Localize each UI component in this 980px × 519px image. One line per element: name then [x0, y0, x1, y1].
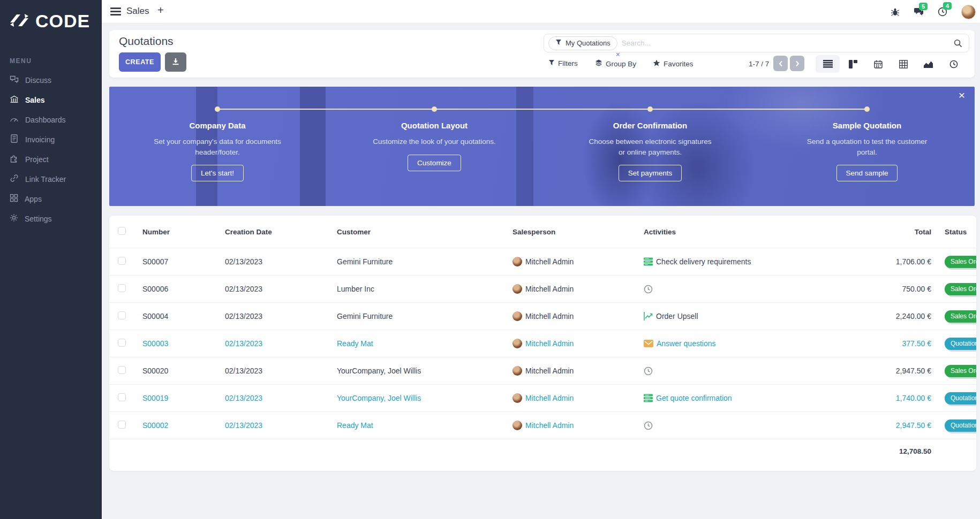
- status-badge: Quotation: [945, 419, 976, 432]
- creation-date: 02/13/2023: [225, 312, 337, 320]
- row-checkbox[interactable]: [118, 393, 126, 401]
- filters-button[interactable]: Filters: [548, 59, 578, 67]
- timeline-dot: [432, 106, 437, 112]
- clock-icon[interactable]: [644, 285, 653, 294]
- creation-date: 02/13/2023: [225, 394, 337, 402]
- row-checkbox[interactable]: [118, 339, 126, 347]
- sidebar-item-invoicing[interactable]: Invoicing: [0, 129, 102, 149]
- settings-icon: [10, 213, 18, 224]
- kanban-view-icon[interactable]: [841, 55, 865, 73]
- sidebar-item-label: Invoicing: [25, 135, 55, 144]
- column-header-number[interactable]: Number: [142, 228, 225, 236]
- bug-icon[interactable]: [891, 8, 900, 16]
- total-amount: 377.50 €: [820, 339, 931, 348]
- creation-date: 02/13/2023: [225, 257, 337, 266]
- table-row[interactable]: S00020 02/13/2023 YourCompany, Joel Will…: [109, 357, 976, 384]
- lets-start-button[interactable]: Let's start!: [191, 165, 244, 181]
- sidebar-item-discuss[interactable]: Discuss: [0, 70, 102, 90]
- footer-total-sum: 12,708.50: [820, 447, 931, 455]
- table-row[interactable]: S00006 02/13/2023 Lumber Inc Mitchell Ad…: [109, 275, 976, 302]
- quotation-number: S00003: [142, 339, 225, 348]
- user-avatar[interactable]: [961, 5, 976, 19]
- sidebar-item-dashboards[interactable]: Dashboards: [0, 110, 102, 129]
- close-icon[interactable]: ×: [959, 89, 965, 102]
- tasks-green-icon[interactable]: [644, 257, 653, 266]
- salesperson-name: Mitchell Admin: [525, 394, 574, 402]
- send-sample-button[interactable]: Send sample: [836, 165, 898, 181]
- hamburger-menu-icon[interactable]: [110, 7, 121, 17]
- quotation-number: S00002: [142, 421, 225, 430]
- customize-button[interactable]: Customize: [408, 155, 461, 171]
- sidebar-item-link-tracker[interactable]: Link Tracker: [0, 169, 102, 189]
- activity-label: Check delivery requirements: [656, 257, 751, 266]
- row-checkbox[interactable]: [118, 366, 126, 374]
- app-title: Sales: [126, 6, 149, 17]
- add-tab-button[interactable]: +: [157, 4, 164, 17]
- sidebar-item-project[interactable]: Project: [0, 149, 102, 169]
- table-row[interactable]: S00002 02/13/2023 Ready Mat Mitchell Adm…: [109, 411, 976, 439]
- onboarding-step-quotation-layout: Quotation Layout Customize the look of y…: [359, 121, 509, 171]
- total-amount: 1,706.00 €: [820, 257, 931, 266]
- activity-label: Answer questions: [657, 339, 716, 348]
- total-amount: 2,947.50 €: [820, 421, 931, 430]
- messages-icon[interactable]: 5: [914, 7, 924, 16]
- discuss-icon: [10, 75, 19, 85]
- clock-icon[interactable]: [644, 421, 653, 430]
- table-row[interactable]: S00004 02/13/2023 Gemini Furniture Mitch…: [109, 302, 976, 330]
- favorites-button[interactable]: Favorites: [653, 59, 693, 68]
- list-view-icon[interactable]: [816, 55, 840, 73]
- magnifier-icon[interactable]: [954, 39, 962, 48]
- graph-view-icon[interactable]: [916, 55, 940, 73]
- column-header-creation-date[interactable]: Creation Date: [225, 228, 337, 236]
- calendar-view-icon[interactable]: [866, 55, 890, 73]
- chart-up-icon[interactable]: [644, 312, 653, 320]
- envelope-icon[interactable]: [644, 340, 653, 347]
- sidebar-item-label: Discuss: [25, 76, 51, 85]
- total-amount: 2,947.50 €: [820, 367, 931, 375]
- sidebar-item-apps[interactable]: Apps: [0, 189, 102, 209]
- search-bar[interactable]: My Quotations: [544, 34, 969, 52]
- activity-view-icon[interactable]: [941, 55, 966, 73]
- search-facet-my-quotations[interactable]: My Quotations: [548, 36, 617, 50]
- table-header: Number Creation Date Customer Salesperso…: [109, 216, 976, 248]
- set-payments-button[interactable]: Set payments: [619, 165, 682, 181]
- onboarding-step-company-data: Company Data Set your company's data for…: [142, 121, 292, 181]
- link-tracker-icon: [10, 174, 19, 184]
- activity-clock-icon[interactable]: 4: [938, 7, 947, 17]
- row-checkbox[interactable]: [118, 421, 126, 429]
- timeline-dot: [864, 106, 870, 112]
- app-logo[interactable]: CODE: [0, 0, 102, 37]
- sales-icon: [10, 95, 19, 105]
- sidebar-item-settings[interactable]: Settings: [0, 209, 102, 228]
- timeline-dot: [215, 106, 220, 112]
- row-checkbox[interactable]: [118, 284, 126, 292]
- project-icon: [10, 154, 19, 164]
- table-row[interactable]: S00019 02/13/2023 YourCompany, Joel Will…: [109, 384, 976, 411]
- sidebar-item-sales[interactable]: Sales: [0, 90, 102, 110]
- page-title: Quotations: [119, 35, 174, 48]
- pager-next-button[interactable]: [790, 56, 804, 71]
- salesperson-name: Mitchell Admin: [525, 257, 574, 266]
- customer-name: YourCompany, Joel Willis: [337, 367, 512, 375]
- tasks-green-icon[interactable]: [644, 394, 653, 402]
- column-header-salesperson[interactable]: Salesperson: [512, 228, 644, 236]
- table-row[interactable]: S00007 02/13/2023 Gemini Furniture Mitch…: [109, 248, 976, 275]
- layers-icon: [595, 59, 602, 68]
- group-by-button[interactable]: Group By: [595, 59, 636, 68]
- pager-previous-button[interactable]: [773, 56, 788, 71]
- status-badge: Quotation: [945, 392, 976, 404]
- pivot-view-icon[interactable]: [891, 55, 915, 73]
- search-input[interactable]: [617, 39, 954, 47]
- table-row[interactable]: S00003 02/13/2023 Ready Mat Mitchell Adm…: [109, 330, 976, 357]
- column-header-customer[interactable]: Customer: [337, 228, 512, 236]
- select-all-checkbox[interactable]: [118, 227, 126, 235]
- row-checkbox[interactable]: [118, 257, 126, 265]
- column-header-total[interactable]: Total: [820, 228, 931, 236]
- column-header-status[interactable]: Status: [931, 228, 976, 236]
- sidebar-item-label: Dashboards: [25, 116, 66, 124]
- clock-icon[interactable]: [644, 367, 653, 376]
- column-header-activities[interactable]: Activities: [644, 228, 820, 236]
- creation-date: 02/13/2023: [225, 421, 337, 430]
- customer-name: Lumber Inc: [337, 285, 512, 293]
- row-checkbox[interactable]: [118, 311, 126, 319]
